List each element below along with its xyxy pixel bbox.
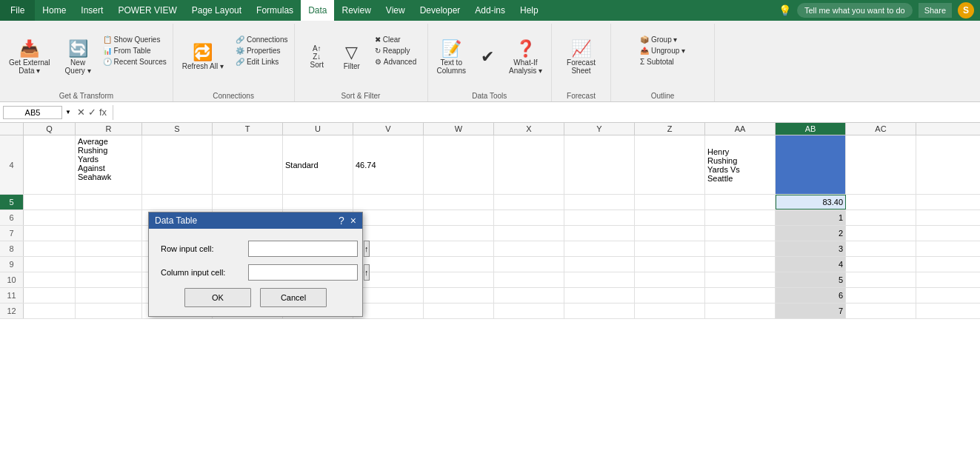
filter-label: Filter bbox=[344, 62, 360, 70]
ribbon-btn-filter[interactable]: ▽ Filter bbox=[333, 27, 370, 87]
ribbon-btn-new-query[interactable]: 🔄 NewQuery ▾ bbox=[59, 27, 97, 87]
advanced-label: Advanced bbox=[384, 58, 416, 66]
ribbon-btn-refresh-all[interactable]: 🔁 Refresh All ▾ bbox=[176, 27, 230, 87]
data-validation-icon: ✔ bbox=[481, 47, 494, 67]
formula-bar: ▼ ✕ ✓ fx bbox=[0, 102, 980, 123]
what-if-icon: ❓ bbox=[516, 39, 536, 58]
dialog-cancel-button[interactable]: Cancel bbox=[260, 288, 327, 307]
advanced-icon: ⚙ bbox=[375, 58, 381, 66]
connections-icon: 🔗 bbox=[236, 36, 244, 44]
ribbon-btn-get-external-data[interactable]: 📥 Get ExternalData ▾ bbox=[3, 27, 56, 87]
edit-links-icon: 🔗 bbox=[236, 58, 244, 66]
subtotal-label: Subtotal bbox=[647, 58, 674, 66]
menu-pagelayout[interactable]: Page Layout bbox=[184, 0, 249, 21]
outline-small-btns: 📦 Group ▾ 📤 Ungroup ▾ Σ Subtotal bbox=[637, 35, 688, 78]
ribbon-btn-edit-links[interactable]: 🔗 Edit Links bbox=[233, 57, 291, 67]
dialog-ok-button[interactable]: OK bbox=[184, 288, 251, 307]
ribbon-btn-show-queries[interactable]: 📋 Show Queries bbox=[100, 35, 170, 44]
cell-reference-box[interactable] bbox=[3, 106, 62, 119]
menu-powerview[interactable]: POWER VIEW bbox=[110, 0, 184, 21]
menu-data[interactable]: Data bbox=[301, 0, 334, 21]
connections-label: Connections bbox=[247, 36, 288, 44]
tell-me-text: Tell me what you want to do bbox=[804, 6, 905, 15]
recent-sources-label: Recent Sources bbox=[114, 58, 167, 66]
ribbon-group-connections: 🔁 Refresh All ▾ 🔗 Connections ⚙️ Propert… bbox=[173, 24, 295, 101]
dialog-row-input[interactable] bbox=[248, 241, 358, 257]
ribbon-btn-properties[interactable]: ⚙️ Properties bbox=[233, 46, 291, 56]
dialog-row-range-button[interactable]: ↑ bbox=[364, 241, 370, 257]
refresh-all-label: Refresh All ▾ bbox=[182, 62, 224, 70]
dialog-body: Row input cell: ↑ Column input cell: ↑ O… bbox=[149, 229, 362, 316]
outline-label: Outline bbox=[611, 92, 714, 100]
data-table-dialog: Data Table ? × Row input cell: ↑ Column … bbox=[148, 212, 363, 317]
forecast-label: Forecast bbox=[552, 92, 610, 100]
ribbon-btn-what-if[interactable]: ❓ What-IfAnalysis ▾ bbox=[503, 27, 548, 87]
ribbon-btn-group[interactable]: 📦 Group ▾ bbox=[637, 35, 688, 44]
ribbon-group-data-tools: 📝 Text toColumns ✔ ❓ What-IfAnalysis ▾ D… bbox=[428, 24, 552, 101]
sort-filter-small-btns: ✖ Clear ↻ Reapply ⚙ Advanced bbox=[372, 35, 419, 78]
ribbon-btn-reapply[interactable]: ↻ Reapply bbox=[372, 46, 419, 56]
share-button[interactable]: Share bbox=[919, 3, 952, 18]
menu-help[interactable]: Help bbox=[513, 0, 546, 21]
menu-addins[interactable]: Add-ins bbox=[467, 0, 513, 21]
dialog-col-range-button[interactable]: ↑ bbox=[364, 264, 370, 281]
insert-function-icon[interactable]: fx bbox=[99, 107, 107, 118]
enter-formula-icon[interactable]: ✓ bbox=[88, 107, 96, 118]
dialog-title: Data Table bbox=[155, 215, 197, 226]
menu-insert[interactable]: Insert bbox=[73, 0, 110, 21]
ribbon-btn-from-table[interactable]: 📊 From Table bbox=[100, 46, 170, 56]
new-query-label: NewQuery ▾ bbox=[65, 58, 91, 75]
formula-bar-divider bbox=[113, 105, 113, 120]
reapply-icon: ↻ bbox=[375, 47, 381, 55]
show-queries-icon: 📋 bbox=[103, 36, 112, 44]
ribbon-group-sort-filter: A↑Z↓ Sort ▽ Filter ✖ Clear ↻ Reapply ⚙ A… bbox=[295, 24, 428, 101]
ribbon-btn-recent-sources[interactable]: 🕐 Recent Sources bbox=[100, 57, 170, 67]
get-external-data-icon: 📥 bbox=[19, 39, 39, 58]
ribbon-btn-subtotal[interactable]: Σ Subtotal bbox=[637, 57, 688, 67]
lightbulb-icon: 💡 bbox=[779, 4, 791, 16]
clear-label: Clear bbox=[383, 36, 401, 44]
menu-formulas[interactable]: Formulas bbox=[249, 0, 301, 21]
forecast-sheet-icon: 📈 bbox=[571, 39, 591, 58]
get-external-data-label: Get ExternalData ▾ bbox=[9, 58, 50, 75]
ribbon-group-outline: 📦 Group ▾ 📤 Ungroup ▾ Σ Subtotal Outline bbox=[611, 24, 715, 101]
ribbon-btn-ungroup[interactable]: 📤 Ungroup ▾ bbox=[637, 46, 688, 56]
refresh-all-icon: 🔁 bbox=[193, 43, 213, 62]
ungroup-label: Ungroup ▾ bbox=[651, 47, 685, 55]
dialog-col-input-label: Column input cell: bbox=[161, 268, 242, 277]
ribbon-btn-text-to-columns[interactable]: 📝 Text toColumns bbox=[431, 27, 472, 87]
cancel-formula-icon[interactable]: ✕ bbox=[77, 107, 85, 118]
ribbon-btn-clear[interactable]: ✖ Clear bbox=[372, 35, 419, 44]
from-table-icon: 📊 bbox=[103, 47, 112, 55]
menu-home[interactable]: Home bbox=[35, 0, 73, 21]
forecast-sheet-label: ForecastSheet bbox=[567, 58, 596, 75]
ribbon-btn-connections[interactable]: 🔗 Connections bbox=[233, 35, 291, 44]
ribbon-btn-data-validation[interactable]: ✔ bbox=[475, 27, 500, 87]
dialog-close-button[interactable]: × bbox=[350, 215, 356, 226]
menu-view[interactable]: View bbox=[379, 0, 413, 21]
dialog-title-bar: Data Table ? × bbox=[149, 212, 362, 229]
dialog-row-input-label: Row input cell: bbox=[161, 244, 242, 253]
ribbon-btn-advanced[interactable]: ⚙ Advanced bbox=[372, 57, 419, 67]
ribbon-btn-sort[interactable]: A↑Z↓ Sort bbox=[302, 27, 332, 87]
dialog-help-button[interactable]: ? bbox=[339, 215, 344, 226]
dialog-col-input[interactable] bbox=[248, 264, 358, 281]
reapply-label: Reapply bbox=[383, 47, 410, 55]
menu-developer[interactable]: Developer bbox=[413, 0, 468, 21]
spreadsheet: Q R S T U V W X Y Z AA AB AC 4 AverageRu… bbox=[0, 123, 980, 319]
connections-label: Connections bbox=[173, 92, 294, 100]
dropdown-arrow-icon[interactable]: ▼ bbox=[65, 109, 71, 115]
ribbon: 📥 Get ExternalData ▾ 🔄 NewQuery ▾ 📋 Show… bbox=[0, 21, 980, 102]
menu-review[interactable]: Review bbox=[334, 0, 378, 21]
menu-file[interactable]: File bbox=[0, 0, 35, 21]
formula-input[interactable] bbox=[116, 108, 977, 117]
recent-sources-icon: 🕐 bbox=[103, 58, 112, 66]
menu-right: 💡 Tell me what you want to do Share S bbox=[779, 2, 980, 19]
ribbon-btn-forecast-sheet[interactable]: 📈 ForecastSheet bbox=[561, 27, 601, 87]
tell-me-input[interactable]: Tell me what you want to do bbox=[797, 3, 913, 18]
clear-icon: ✖ bbox=[375, 36, 381, 44]
group-label: Group ▾ bbox=[651, 36, 678, 44]
sort-filter-label: Sort & Filter bbox=[295, 92, 427, 100]
dialog-buttons: OK Cancel bbox=[161, 288, 350, 307]
properties-icon: ⚙️ bbox=[236, 47, 244, 55]
